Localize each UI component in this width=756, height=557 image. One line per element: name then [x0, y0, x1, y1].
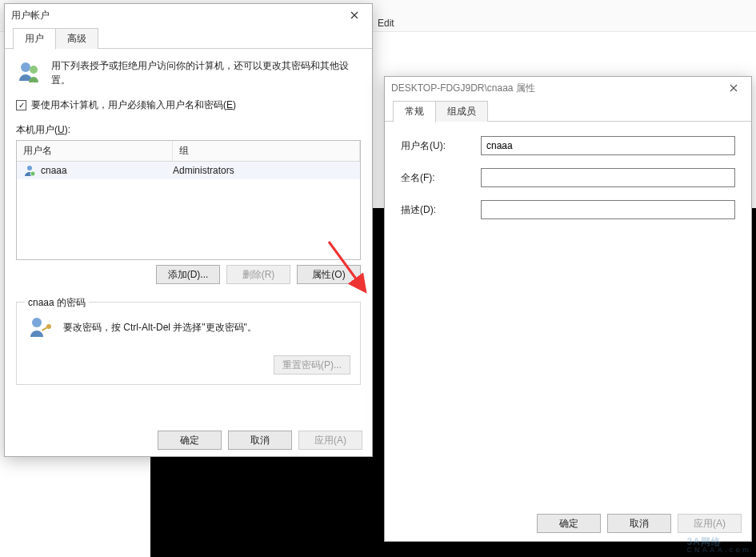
label-username: 用户名(U):	[401, 139, 481, 153]
svg-point-4	[32, 318, 42, 327]
input-username[interactable]	[481, 136, 735, 155]
input-desc[interactable]	[481, 200, 735, 219]
require-password-label: 要使用本计算机，用户必须输入用户名和密码(E)	[31, 98, 236, 112]
tabstrip: 常规 组成员	[385, 102, 751, 122]
apply-button: 应用(A)	[298, 431, 362, 450]
close-icon	[730, 84, 738, 92]
col-username[interactable]: 用户名	[17, 141, 173, 161]
cancel-button[interactable]: 取消	[228, 431, 292, 450]
user-mini-icon	[23, 164, 36, 177]
intro-row: 用下列表授予或拒绝用户访问你的计算机，还可以更改其密码和其他设置。	[16, 58, 361, 87]
users-listbox[interactable]: 用户名 组 cnaaa Administrators	[16, 140, 361, 260]
col-group[interactable]: 组	[173, 141, 360, 161]
row-desc: 描述(D):	[401, 200, 735, 219]
tab-members[interactable]: 组成员	[435, 101, 488, 122]
users-list-label: 本机用户(U):	[16, 123, 361, 137]
svg-point-2	[27, 166, 32, 170]
svg-point-6	[46, 324, 51, 329]
label-fullname: 全名(F):	[401, 171, 481, 185]
window-title: DESKTOP-FDGJ9DR\cnaaa 属性	[391, 82, 535, 95]
input-fullname[interactable]	[481, 168, 735, 187]
titlebar[interactable]: 用户帐户	[5, 4, 372, 26]
tab-users[interactable]: 用户	[13, 28, 56, 50]
cell-username: cnaaa	[23, 164, 173, 177]
row-fullname: 全名(F):	[401, 168, 735, 187]
svg-point-3	[30, 171, 35, 176]
row-username: 用户名(U):	[401, 136, 735, 155]
label-desc: 描述(D):	[401, 203, 481, 217]
require-password-checkbox[interactable]	[16, 100, 26, 110]
close-button[interactable]	[718, 78, 750, 98]
ok-button[interactable]: 确定	[537, 514, 601, 533]
tab-advanced[interactable]: 高级	[55, 28, 98, 49]
intro-text: 用下列表授予或拒绝用户访问你的计算机，还可以更改其密码和其他设置。	[51, 58, 361, 87]
user-properties-window: DESKTOP-FDGJ9DR\cnaaa 属性 常规 组成员 用户名(U): …	[384, 76, 752, 542]
close-icon	[350, 11, 358, 19]
window-title: 用户帐户	[11, 9, 50, 22]
user-accounts-window: 用户帐户 用户 高级 用下列表授予或拒绝用户访问你的计算机，还可以更改其密码和其…	[4, 3, 373, 457]
tab-users-pane: 用下列表授予或拒绝用户访问你的计算机，还可以更改其密码和其他设置。 要使用本计算…	[5, 49, 372, 395]
user-buttons-row: 添加(D)... 删除(R) 属性(O)	[16, 265, 361, 284]
password-text: 要改密码，按 Ctrl-Alt-Del 并选择"更改密码"。	[63, 321, 257, 335]
dialog-buttons: 确定 取消 应用(A)	[537, 514, 742, 533]
list-header: 用户名 组	[17, 141, 360, 162]
password-row: 要改密码，按 Ctrl-Alt-Del 并选择"更改密码"。	[26, 314, 350, 341]
user-key-icon	[26, 314, 52, 341]
users-icon	[16, 58, 42, 84]
tab-general[interactable]: 常规	[393, 101, 436, 122]
list-row[interactable]: cnaaa Administrators	[17, 162, 360, 179]
reset-password-button: 重置密码(P)...	[274, 355, 350, 375]
ok-button[interactable]: 确定	[158, 431, 222, 450]
svg-point-1	[30, 66, 38, 74]
close-button[interactable]	[338, 5, 370, 26]
apply-button: 应用(A)	[678, 514, 742, 533]
general-pane: 用户名(U): 全名(F): 描述(D):	[385, 122, 751, 246]
menu-edit[interactable]: Edit	[378, 18, 394, 29]
password-fieldset: cnaaa 的密码 要改密码，按 Ctrl-Alt-Del 并选择"更改密码"。…	[16, 302, 361, 385]
cancel-button[interactable]: 取消	[607, 514, 671, 533]
dialog-buttons: 确定 取消 应用(A)	[158, 431, 362, 450]
svg-point-0	[21, 62, 30, 72]
cell-group: Administrators	[173, 165, 354, 176]
require-password-row[interactable]: 要使用本计算机，用户必须输入用户名和密码(E)	[16, 98, 361, 112]
properties-button[interactable]: 属性(O)	[297, 265, 361, 284]
tabstrip: 用户 高级	[5, 30, 372, 49]
password-legend: cnaaa 的密码	[25, 296, 89, 310]
delete-button: 删除(R)	[226, 265, 290, 284]
titlebar[interactable]: DESKTOP-FDGJ9DR\cnaaa 属性	[385, 77, 751, 99]
add-button[interactable]: 添加(D)...	[156, 265, 220, 284]
